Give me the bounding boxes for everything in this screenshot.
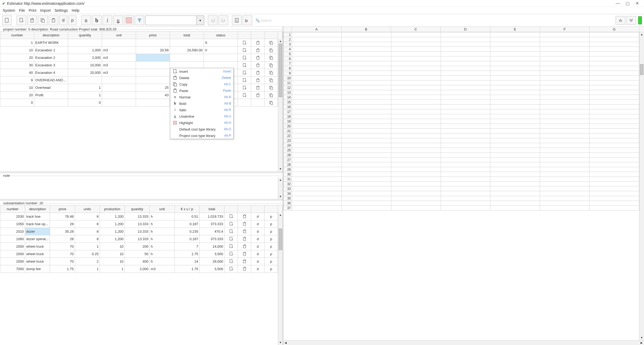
sheet-cell[interactable] xyxy=(342,186,391,191)
sheet-cell[interactable] xyxy=(391,162,441,167)
sheet-cell[interactable] xyxy=(589,109,639,114)
sheet-body[interactable]: 1234567891011121314151617181920212223242… xyxy=(283,32,644,340)
sheet-row-header[interactable]: 32 xyxy=(284,182,292,186)
row-p-button[interactable]: p xyxy=(265,258,278,265)
filter-button[interactable] xyxy=(135,16,144,25)
sheet-cell[interactable] xyxy=(292,153,342,158)
row-p-button[interactable]: p xyxy=(265,228,278,235)
sheet-cell[interactable] xyxy=(342,90,391,95)
sheet-cell[interactable] xyxy=(342,182,391,186)
sheet-cell[interactable] xyxy=(342,138,391,143)
sheet-row[interactable]: 1 xyxy=(284,32,644,37)
sheet-cell[interactable] xyxy=(292,66,342,71)
sheet-cell[interactable] xyxy=(441,148,490,153)
sheet-cell[interactable] xyxy=(441,76,490,80)
sheet-row[interactable]: 29 xyxy=(284,167,644,172)
sheet-cell[interactable] xyxy=(441,95,490,100)
menu-settings[interactable]: Settings xyxy=(55,8,68,13)
sheet-cell[interactable] xyxy=(540,162,589,167)
sheet-cell[interactable] xyxy=(441,196,490,201)
sheet-cell[interactable] xyxy=(540,66,589,71)
new-project-button[interactable] xyxy=(2,16,12,25)
note-textarea[interactable] xyxy=(0,178,278,199)
sheet-cell[interactable] xyxy=(292,61,342,66)
sheet-cell[interactable] xyxy=(540,76,589,80)
sheet-cell[interactable] xyxy=(391,76,441,80)
row-delete-button[interactable] xyxy=(238,265,251,273)
sheet-cell[interactable] xyxy=(540,105,589,109)
sheet-cell[interactable] xyxy=(589,80,639,85)
sheet-row[interactable]: 13 xyxy=(284,90,644,95)
sheet-cell[interactable] xyxy=(589,138,639,143)
row-insert-button[interactable] xyxy=(224,220,238,228)
sheet-cell[interactable] xyxy=(589,196,639,201)
sheet-cell[interactable] xyxy=(391,119,441,124)
sheet-row[interactable]: 15 xyxy=(284,100,644,105)
row-insert-button[interactable] xyxy=(238,84,251,91)
sheet-cell[interactable] xyxy=(490,52,540,56)
sheet-cell[interactable] xyxy=(391,80,441,85)
sheet-cell[interactable] xyxy=(391,66,441,71)
row-insert-button[interactable] xyxy=(224,258,238,265)
row-copy-button[interactable] xyxy=(265,47,278,54)
sheet-row[interactable]: 17 xyxy=(284,109,644,114)
sheet-cell[interactable] xyxy=(490,191,540,196)
sheet-cell[interactable] xyxy=(589,71,639,76)
sheet-cell[interactable] xyxy=(589,153,639,158)
sheet-cell[interactable] xyxy=(391,32,441,37)
sheet-cell[interactable] xyxy=(441,201,490,206)
sheet-cell[interactable] xyxy=(490,177,540,182)
est-row[interactable]: 10 Excavation 1 1,000 m3 20.59 20,590.00… xyxy=(0,47,283,54)
sheet-cell[interactable] xyxy=(540,109,589,114)
sheet-cell[interactable] xyxy=(441,143,490,148)
sheet-row[interactable]: 9 xyxy=(284,71,644,76)
row-delete-button[interactable] xyxy=(251,76,265,84)
sheet-row-header[interactable]: 20 xyxy=(284,124,292,129)
sheet-row[interactable]: 34 xyxy=(284,191,644,196)
sheet-cell[interactable] xyxy=(490,182,540,186)
sheet-cell[interactable] xyxy=(391,95,441,100)
sheet-col-E[interactable]: E xyxy=(490,27,540,32)
sheet-row[interactable]: 27 xyxy=(284,158,644,162)
sheet-cell[interactable] xyxy=(342,119,391,124)
sheet-cell[interactable] xyxy=(391,143,441,148)
sheet-row-header[interactable]: 12 xyxy=(284,85,292,90)
menu-import[interactable]: Import xyxy=(40,8,51,13)
sheet-cell[interactable] xyxy=(391,100,441,105)
sheet-cell[interactable] xyxy=(292,71,342,76)
sheet-row-header[interactable]: 22 xyxy=(284,133,292,138)
sheet-scrollbar-v[interactable]: ▲▼ xyxy=(639,32,644,340)
sheet-cell[interactable] xyxy=(441,100,490,105)
sheet-cell[interactable] xyxy=(441,133,490,138)
sheet-cell[interactable] xyxy=(540,153,589,158)
row-delete-button[interactable] xyxy=(238,243,251,250)
sheet-row-header[interactable]: 31 xyxy=(284,177,292,182)
ctx-copy[interactable]: CopyAlt-C xyxy=(170,81,233,87)
sheet-cell[interactable] xyxy=(391,52,441,56)
copy-button[interactable] xyxy=(38,16,48,25)
sheet-cell[interactable] xyxy=(342,32,391,37)
sheet-cell[interactable] xyxy=(540,52,589,56)
sheet-cell[interactable] xyxy=(589,85,639,90)
sheet-cell[interactable] xyxy=(441,42,490,47)
sheet-cell[interactable] xyxy=(589,182,639,186)
sheet-cell[interactable] xyxy=(540,172,589,177)
sheet-col-D[interactable]: D xyxy=(441,27,490,32)
ctx-bold[interactable]: bBoldAlt-B xyxy=(170,100,233,107)
sheet-row[interactable]: 20 xyxy=(284,124,644,129)
sub-col[interactable]: units xyxy=(75,205,100,213)
sheet-cell[interactable] xyxy=(391,61,441,66)
sheet-cell[interactable] xyxy=(540,196,589,201)
ctx-project-cost-type-library[interactable]: Project cost type libraryAlt-P xyxy=(170,132,233,139)
sheet-cell[interactable] xyxy=(589,177,639,182)
sheet-cell[interactable] xyxy=(391,206,441,210)
sheet-row[interactable]: 23 xyxy=(284,138,644,143)
sub-row[interactable]: 2010 dozer 35.28 8 1,200 13.333 h 0.235 … xyxy=(0,228,283,235)
sheet-cell[interactable] xyxy=(292,138,342,143)
sheet-cell[interactable] xyxy=(540,114,589,119)
sheet-cell[interactable] xyxy=(490,158,540,162)
sheet-cell[interactable] xyxy=(589,47,639,52)
ctx-default-cost-type-library[interactable]: Default cost type libraryAlt-O xyxy=(170,126,233,132)
sheet-cell[interactable] xyxy=(490,109,540,114)
sheet-cell[interactable] xyxy=(441,186,490,191)
